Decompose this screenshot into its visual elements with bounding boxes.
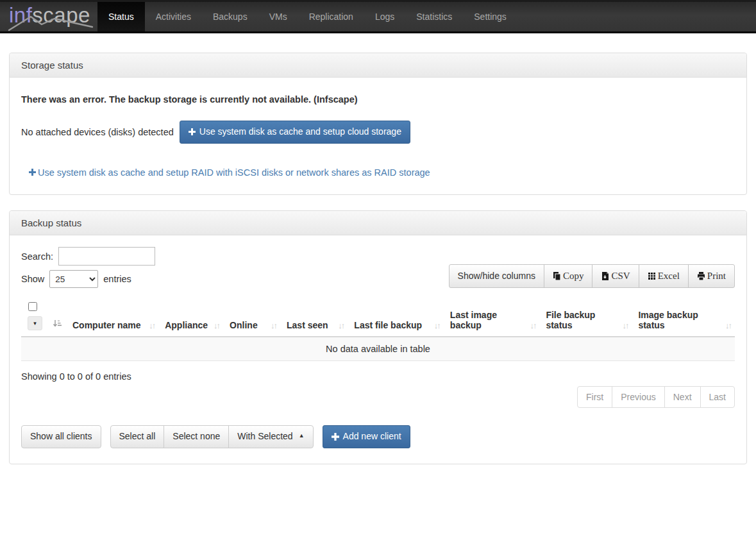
nav-item-settings[interactable]: Settings: [463, 2, 517, 31]
show-hide-columns-label: Show/hide columns: [458, 271, 535, 282]
select-all-header: ▾: [21, 298, 46, 337]
select-none-button[interactable]: Select none: [164, 425, 229, 448]
print-label: Print: [707, 270, 726, 282]
setup-raid-storage-link[interactable]: Use system disk as cache and setup RAID …: [29, 167, 430, 178]
select-all-button[interactable]: Select all: [110, 425, 165, 448]
storage-panel-title: Storage status: [10, 53, 746, 78]
sort-icon[interactable]: ↓↑: [149, 321, 155, 330]
sort-icon[interactable]: ↓↑: [530, 321, 535, 330]
sort-amount-header[interactable]: [46, 298, 66, 337]
sort-amount-icon: [53, 319, 62, 328]
selection-button-group: Select all Select none With Selected ▲: [110, 425, 314, 448]
print-button[interactable]: Print: [688, 264, 735, 288]
nav-item-activities[interactable]: Activities: [145, 2, 202, 31]
column-header-image-backup-status[interactable]: Image backup status↓↑: [632, 298, 735, 337]
table-info-text: Showing 0 to 0 of 0 entries: [21, 371, 735, 382]
sort-icon[interactable]: ↓↑: [622, 321, 628, 330]
column-label-image-backup-status: Image backup status: [638, 310, 698, 330]
nav-item-statistics[interactable]: Statistics: [405, 2, 463, 31]
add-new-client-button[interactable]: Add new client: [323, 425, 410, 448]
sort-icon[interactable]: ↓↑: [271, 321, 276, 330]
pagination-next-button[interactable]: Next: [664, 386, 701, 408]
empty-table-row: No data available in table: [21, 337, 735, 361]
empty-table-message: No data available in table: [21, 337, 735, 361]
backup-status-panel: Backup status Search: Show 25 entries: [9, 210, 747, 464]
csv-label: CSV: [611, 270, 630, 282]
sort-icon[interactable]: ↓↑: [214, 321, 219, 330]
pagination-group: FirstPreviousNextLast: [577, 386, 735, 408]
table-toolbar: Show/hide columns Copy CSV Excel: [449, 264, 735, 288]
plus-icon: [189, 128, 196, 135]
excel-icon: [648, 272, 656, 280]
column-label-last-seen: Last seen: [287, 320, 328, 330]
column-header-last-seen[interactable]: Last seen↓↑: [280, 298, 348, 337]
copy-button[interactable]: Copy: [544, 264, 593, 288]
setup-cloud-storage-button[interactable]: Use system disk as cache and setup cloud…: [180, 121, 410, 144]
column-header-last-file-backup[interactable]: Last file backup↓↑: [348, 298, 444, 337]
column-label-computer-name: Computer name: [72, 320, 141, 330]
nav-link-vms[interactable]: VMs: [258, 2, 298, 31]
column-header-file-backup-status[interactable]: File backup status↓↑: [539, 298, 632, 337]
search-label: Search:: [21, 251, 53, 262]
sort-icon[interactable]: ↓↑: [725, 321, 731, 330]
show-label: Show: [21, 274, 44, 284]
column-label-last-file-backup: Last file backup: [354, 320, 422, 330]
nav-item-replication[interactable]: Replication: [298, 2, 364, 31]
storage-status-panel: Storage status There was an error. The b…: [9, 53, 747, 195]
select-menu-button[interactable]: ▾: [28, 316, 42, 330]
sort-icon[interactable]: ↓↑: [434, 321, 440, 330]
infscape-logo[interactable]: infscape: [6, 2, 97, 31]
nav-link-logs[interactable]: Logs: [364, 2, 405, 31]
print-icon: [697, 272, 705, 280]
page-size-select[interactable]: 25: [49, 270, 98, 288]
backup-panel-body: Search: Show 25 entries Show/hide column…: [10, 235, 746, 464]
nav-item-logs[interactable]: Logs: [364, 2, 405, 31]
with-selected-button[interactable]: With Selected ▲: [228, 425, 313, 448]
nav-link-activities[interactable]: Activities: [145, 2, 202, 31]
column-header-online[interactable]: Online↓↑: [223, 298, 280, 337]
copy-label: Copy: [563, 270, 584, 282]
sort-icon[interactable]: ↓↑: [338, 321, 344, 330]
nav-link-settings[interactable]: Settings: [463, 2, 517, 31]
excel-button[interactable]: Excel: [639, 264, 689, 288]
plus-icon: [29, 169, 36, 176]
caret-up-icon: ▲: [299, 432, 305, 439]
storage-panel-body: There was an error. The backup storage i…: [10, 78, 746, 194]
nav-link-backups[interactable]: Backups: [202, 2, 258, 31]
pagination-previous-button[interactable]: Previous: [612, 386, 664, 408]
show-all-clients-button[interactable]: Show all clients: [21, 425, 101, 448]
excel-label: Excel: [658, 270, 680, 282]
search-input[interactable]: [58, 247, 155, 266]
copy-icon: [553, 272, 561, 280]
select-none-label: Select none: [172, 431, 220, 443]
select-all-checkbox[interactable]: [28, 302, 37, 311]
setup-cloud-storage-label: Use system disk as cache and setup cloud…: [199, 126, 401, 138]
top-navbar: infscape StatusActivitiesBackupsVMsRepli…: [0, 0, 756, 33]
column-header-last-image-backup[interactable]: Last image backup↓↑: [444, 298, 540, 337]
csv-button[interactable]: CSV: [592, 264, 639, 288]
show-hide-columns-button[interactable]: Show/hide columns: [449, 264, 544, 288]
entries-label: entries: [103, 274, 131, 284]
nav-item-vms[interactable]: VMs: [258, 2, 298, 31]
column-header-appliance[interactable]: Appliance↓↑: [158, 298, 223, 337]
csv-icon: [601, 272, 609, 280]
nav-item-backups[interactable]: Backups: [202, 2, 258, 31]
nav-item-status[interactable]: Status: [97, 2, 145, 31]
client-actions-row: Show all clients Select all Select none …: [21, 425, 735, 448]
no-devices-text: No attached devices (disks) detected: [21, 127, 174, 137]
plus-icon: [332, 433, 339, 441]
nav-link-status[interactable]: Status: [97, 2, 145, 31]
column-label-appliance: Appliance: [165, 320, 208, 330]
logo-zigzag-line-icon: [8, 14, 94, 32]
column-label-file-backup-status: File backup status: [546, 310, 595, 330]
pagination-first-button[interactable]: First: [577, 386, 612, 408]
pagination-last-button[interactable]: Last: [700, 386, 735, 408]
select-all-label: Select all: [119, 431, 156, 443]
column-label-last-image-backup: Last image backup: [450, 310, 497, 330]
main-content: Storage status There was an error. The b…: [0, 33, 756, 464]
nav-link-replication[interactable]: Replication: [298, 2, 364, 31]
pagination: FirstPreviousNextLast: [21, 386, 735, 408]
nav-link-statistics[interactable]: Statistics: [405, 2, 463, 31]
column-label-online: Online: [230, 320, 258, 330]
column-header-computer-name[interactable]: Computer name↓↑: [66, 298, 158, 337]
